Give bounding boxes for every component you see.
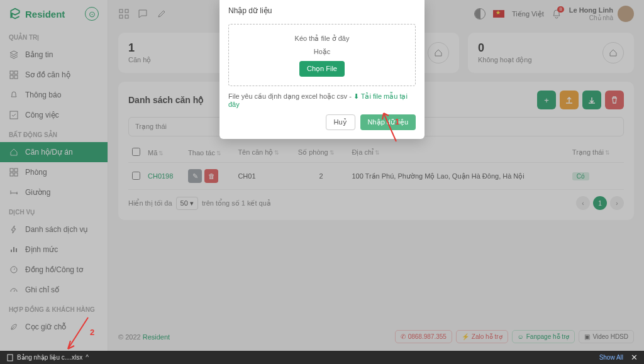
modal-hint: File yêu cầu định dạng excel hoặc csv - …	[219, 92, 425, 114]
cancel-button[interactable]: Huỷ	[326, 114, 355, 130]
drop-zone[interactable]: Kéo thả file ở đây Hoặc Chọn File	[228, 24, 416, 86]
import-modal: Nhập dữ liệu Kéo thả file ở đây Hoặc Chọ…	[219, 0, 425, 139]
downloaded-file[interactable]: Bảng nhập liệu c....xlsx ^	[6, 354, 89, 361]
or-text: Hoặc	[235, 48, 409, 56]
drop-text: Kéo thả file ở đây	[235, 35, 409, 43]
file-icon	[6, 354, 14, 361]
modal-overlay[interactable]: Nhập dữ liệu Kéo thả file ở đây Hoặc Chọ…	[0, 0, 644, 364]
modal-title: Nhập dữ liệu	[219, 0, 425, 21]
show-all-downloads[interactable]: Show All	[599, 354, 623, 361]
chevron-up-icon[interactable]: ^	[86, 354, 89, 361]
svg-rect-14	[8, 355, 13, 361]
submit-import-button[interactable]: Nhập dữ liệu	[360, 114, 416, 130]
download-bar: Bảng nhập liệu c....xlsx ^ Show All ✕	[0, 351, 644, 364]
close-download-bar[interactable]: ✕	[631, 353, 638, 362]
choose-file-button[interactable]: Chọn File	[299, 61, 345, 77]
